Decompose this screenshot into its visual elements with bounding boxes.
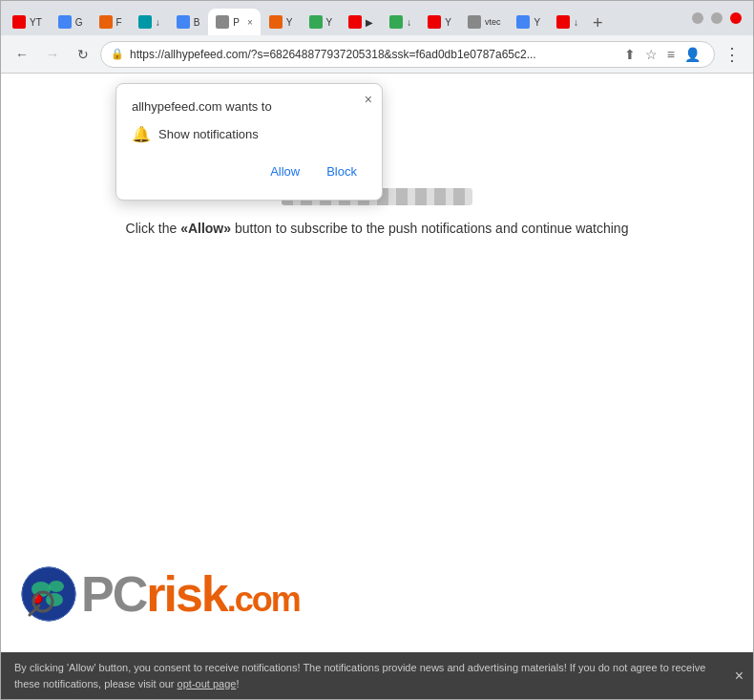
pcrisk-risk: risk xyxy=(146,566,227,622)
new-tab-button[interactable]: + xyxy=(587,13,609,33)
reload-icon: ↻ xyxy=(77,47,89,62)
maximize-button[interactable] xyxy=(711,12,723,24)
tab-favicon-6 xyxy=(216,15,229,29)
tabs-row: YT G F ↓ B P × xyxy=(5,1,684,35)
tab-12[interactable]: vtec xyxy=(460,9,509,35)
block-button[interactable]: Block xyxy=(317,159,367,184)
tab-favicon-9 xyxy=(348,15,362,29)
back-icon: ← xyxy=(15,47,29,62)
allow-button[interactable]: Allow xyxy=(261,159,309,184)
tab-favicon-8 xyxy=(309,15,323,29)
notification-popup: × allhypefeed.com wants to 🔔 Show notifi… xyxy=(115,83,383,201)
tab-8[interactable]: Y xyxy=(302,9,341,35)
tab-label-13: Y xyxy=(534,17,540,28)
pcrisk-text: PCrisk.com xyxy=(81,565,300,623)
popup-notification-text: Show notifications xyxy=(158,127,259,141)
tab-6-active[interactable]: P × xyxy=(208,9,261,35)
tab-11[interactable]: Y xyxy=(420,9,459,35)
tab-label-4: ↓ xyxy=(156,17,160,28)
close-button[interactable] xyxy=(730,12,742,24)
forward-button[interactable]: → xyxy=(39,41,66,68)
tab-5[interactable]: B xyxy=(169,9,208,35)
tab-14[interactable]: ↓ xyxy=(549,9,586,35)
tab-favicon-4 xyxy=(138,15,152,29)
popup-close-button[interactable]: × xyxy=(365,92,372,107)
bottom-bar-text-end: ! xyxy=(236,678,239,689)
tab-label-3: F xyxy=(116,17,122,28)
pcrisk-pc: PC xyxy=(81,566,146,622)
tab-close-6[interactable]: × xyxy=(247,17,253,28)
tab-favicon-1 xyxy=(12,15,26,29)
tab-label-6: P xyxy=(233,17,240,28)
minimize-button[interactable] xyxy=(692,12,703,24)
nav-bar: ← → ↻ 🔒 https://allhypefeed.com/?s=68264… xyxy=(1,35,753,74)
menu-button[interactable]: ⋮ xyxy=(719,41,745,68)
pcrisk-globe-icon xyxy=(20,565,77,623)
pcrisk-logo: PCrisk.com xyxy=(20,565,300,623)
tab-10[interactable]: ↓ xyxy=(382,9,419,35)
tab-label-1: YT xyxy=(30,17,42,28)
address-bar[interactable]: 🔒 https://allhypefeed.com/?s=68264887793… xyxy=(100,41,715,68)
allow-bold: «Allow» xyxy=(180,221,231,236)
tab-2[interactable]: G xyxy=(51,9,91,35)
tab-7[interactable]: Y xyxy=(262,9,301,35)
share-button[interactable]: ⬆ xyxy=(620,45,639,64)
tab-3[interactable]: F xyxy=(92,9,130,35)
tab-favicon-5 xyxy=(177,15,190,29)
popup-notification-row: 🔔 Show notifications xyxy=(132,125,367,143)
tab-bar: YT G F ↓ B P × xyxy=(1,1,753,35)
tab-label-2: G xyxy=(75,17,83,28)
bottom-bar: By clicking 'Allow' button, you consent … xyxy=(1,652,753,699)
lock-icon: 🔒 xyxy=(111,48,124,60)
tab-favicon-11 xyxy=(428,15,441,29)
extensions-button[interactable]: ≡ xyxy=(663,45,679,64)
bottom-bar-text: By clicking 'Allow' button, you consent … xyxy=(14,662,705,689)
window-controls xyxy=(684,1,749,35)
tab-favicon-3 xyxy=(99,15,113,29)
tab-label-9: ▶ xyxy=(366,17,373,28)
tab-label-11: Y xyxy=(445,17,451,28)
tab-label-5: B xyxy=(194,17,200,28)
bell-icon: 🔔 xyxy=(132,125,151,143)
tab-favicon-14 xyxy=(556,15,570,29)
bottom-bar-close-button[interactable]: × xyxy=(735,668,744,685)
tab-favicon-10 xyxy=(389,15,403,29)
reload-button[interactable]: ↻ xyxy=(70,41,96,68)
page-instruction: Click the «Allow» button to subscribe to… xyxy=(126,221,629,236)
svg-point-3 xyxy=(49,581,64,592)
tab-label-10: ↓ xyxy=(407,17,411,28)
browser-window: YT G F ↓ B P × xyxy=(0,0,754,700)
popup-buttons: Allow Block xyxy=(132,159,367,184)
tab-9[interactable]: ▶ xyxy=(341,9,381,35)
address-actions: ⬆ ☆ ≡ 👤 xyxy=(620,45,704,64)
tab-label-7: Y xyxy=(286,17,293,28)
tab-favicon-7 xyxy=(269,15,283,29)
profile-button[interactable]: 👤 xyxy=(681,45,704,64)
page-content: × allhypefeed.com wants to 🔔 Show notifi… xyxy=(1,74,753,699)
pcrisk-com: .com xyxy=(227,580,300,619)
tab-1[interactable]: YT xyxy=(5,9,50,35)
address-url: https://allhypefeed.com/?s=6826488779372… xyxy=(130,48,615,61)
tab-favicon-12 xyxy=(468,15,481,29)
forward-icon: → xyxy=(46,47,59,62)
tab-label-14: ↓ xyxy=(574,17,578,28)
popup-title: allhypefeed.com wants to xyxy=(132,99,367,114)
tab-4[interactable]: ↓ xyxy=(131,9,168,35)
opt-out-link[interactable]: opt-out page xyxy=(178,678,237,689)
back-button[interactable]: ← xyxy=(9,41,35,68)
tab-13[interactable]: Y xyxy=(509,9,548,35)
tab-favicon-2 xyxy=(58,15,72,29)
bookmark-button[interactable]: ☆ xyxy=(641,45,661,64)
tab-label-12: vtec xyxy=(485,17,501,27)
tab-favicon-13 xyxy=(516,15,530,29)
tab-label-8: Y xyxy=(326,17,333,28)
